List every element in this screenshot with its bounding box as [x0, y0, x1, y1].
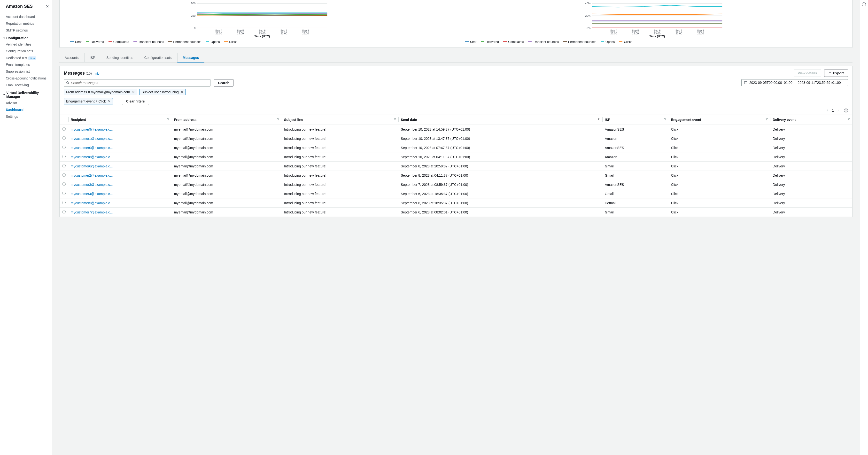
cell-recipient[interactable]: mycustomer6@example.c… — [68, 161, 172, 171]
cell-subject: Introducing our new feature! — [282, 180, 398, 189]
cell-recipient[interactable]: mycustomer1@example.c… — [68, 134, 172, 143]
column-header[interactable]: Recipient▽ — [68, 115, 172, 125]
info-link[interactable]: Info — [95, 72, 99, 75]
legend-swatch — [224, 41, 228, 42]
svg-text:23:00: 23:00 — [697, 32, 704, 35]
nav-item[interactable]: Configuration sets — [0, 48, 52, 55]
row-radio[interactable] — [62, 164, 66, 168]
nav-item[interactable]: Dashboard — [0, 107, 52, 113]
cell-recipient[interactable]: mycustomer5@example.c… — [68, 199, 172, 208]
cell-send: September 6, 2023 at 18:35:37 (UTC+01:00… — [398, 199, 602, 208]
row-radio[interactable] — [62, 173, 66, 177]
column-header[interactable]: Send date▼ — [398, 115, 602, 125]
cell-recipient[interactable]: mycustomer2@example.c… — [68, 171, 172, 180]
info-icon[interactable]: i — [862, 2, 866, 6]
nav-item[interactable]: Cross-account notifications — [0, 75, 52, 82]
tab-accounts[interactable]: Accounts — [59, 53, 84, 62]
page-prev-icon[interactable]: 〈 — [825, 108, 829, 113]
nav-section[interactable]: ▼Virtual Deliverability Manager — [0, 88, 52, 99]
nav-item[interactable]: Email receiving — [0, 82, 52, 88]
table-row: mycustomer8@example.c…myemail@mydomain.c… — [60, 152, 852, 161]
nav-item[interactable]: Verified identities — [0, 41, 52, 48]
legend-item: Complaints — [108, 40, 129, 43]
legend-label: Complaints — [508, 40, 524, 43]
column-header[interactable]: From address▽ — [172, 115, 282, 125]
cell-recipient[interactable]: mycustomer9@example.c… — [68, 125, 172, 134]
nav-item[interactable]: SMTP settings — [0, 27, 52, 34]
nav-item[interactable]: Dedicated IPsNew — [0, 55, 52, 61]
svg-text:23:00: 23:00 — [610, 32, 617, 35]
svg-text:23:00: 23:00 — [302, 32, 309, 35]
table-row: mycustomer6@example.c…myemail@mydomain.c… — [60, 161, 852, 171]
tab-messages[interactable]: Messages — [177, 53, 205, 62]
column-header[interactable]: Engagement event▽ — [669, 115, 770, 125]
remove-token-icon[interactable]: ✕ — [181, 90, 184, 94]
sort-icon: ▽ — [766, 118, 768, 120]
cell-isp: AmazonSES — [602, 125, 669, 134]
svg-text:Sep 6: Sep 6 — [259, 29, 266, 32]
svg-point-34 — [67, 82, 69, 84]
row-radio[interactable] — [62, 210, 66, 213]
nav-item[interactable]: Suppression list — [0, 68, 52, 75]
cell-subject: Introducing our new feature! — [282, 171, 398, 180]
page-next-icon[interactable]: 〉 — [837, 108, 841, 113]
calendar-icon — [744, 81, 747, 84]
tab-sending-identities[interactable]: Sending identities — [101, 53, 139, 62]
gear-icon[interactable] — [844, 109, 848, 113]
cell-isp: Gmail — [602, 208, 669, 217]
column-header[interactable]: Subject line▽ — [282, 115, 398, 125]
svg-text:Sep 7: Sep 7 — [675, 29, 682, 32]
chevron-down-icon: ▼ — [3, 37, 5, 39]
legend-label: Transient bounces — [533, 40, 559, 43]
column-header[interactable]: Delivery event▽ — [770, 115, 852, 125]
cell-recipient[interactable]: mycustomer0@example.c… — [68, 143, 172, 152]
cell-recipient[interactable]: mycustomer4@example.c… — [68, 189, 172, 199]
row-radio[interactable] — [62, 155, 66, 158]
filter-token: Subject line : Introducing✕ — [140, 89, 186, 95]
tab-configuration-sets[interactable]: Configuration sets — [139, 53, 177, 62]
row-radio[interactable] — [62, 146, 66, 149]
legend-swatch — [70, 41, 73, 42]
table-row: mycustomer3@example.c…myemail@mydomain.c… — [60, 180, 852, 189]
nav-item[interactable]: Reputation metrics — [0, 20, 52, 27]
sort-icon: ▽ — [664, 118, 666, 120]
cell-subject: Introducing our new feature! — [282, 152, 398, 161]
cell-recipient[interactable]: mycustomer8@example.c… — [68, 152, 172, 161]
row-radio[interactable] — [62, 201, 66, 204]
cell-isp: Gmail — [602, 161, 669, 171]
nav-item[interactable]: Account dashboard — [0, 13, 52, 20]
table-row: mycustomer5@example.c…myemail@mydomain.c… — [60, 199, 852, 208]
nav-item[interactable]: Settings — [0, 113, 52, 120]
nav-item[interactable]: Advisor — [0, 99, 52, 107]
date-range-picker[interactable]: 2023-09-05T00:00:00+01:00 — 2023-09-11T2… — [741, 79, 848, 86]
clear-filters-button[interactable]: Clear filters — [122, 98, 149, 105]
remove-token-icon[interactable]: ✕ — [108, 99, 111, 103]
legend-swatch — [86, 41, 89, 42]
cell-del: Delivery — [770, 171, 852, 180]
tab-isp[interactable]: ISP — [84, 53, 101, 62]
column-header[interactable]: ISP▽ — [602, 115, 669, 125]
cell-recipient[interactable]: mycustomer7@example.c… — [68, 208, 172, 217]
export-button[interactable]: Export — [824, 69, 848, 77]
cell-recipient[interactable]: mycustomer3@example.c… — [68, 180, 172, 189]
legend-label: Sent — [75, 40, 82, 43]
view-details-button[interactable]: View details — [794, 69, 821, 77]
remove-token-icon[interactable]: ✕ — [132, 90, 135, 94]
row-radio[interactable] — [62, 182, 66, 186]
search-button[interactable]: Search — [214, 79, 234, 87]
nav-section[interactable]: ▼Configuration — [0, 34, 52, 41]
search-input[interactable] — [71, 81, 208, 85]
table-row: mycustomer0@example.c…myemail@mydomain.c… — [60, 143, 852, 152]
row-radio[interactable] — [62, 192, 66, 195]
legend-label: Delivered — [486, 40, 499, 43]
nav-item[interactable]: Email templates — [0, 61, 52, 68]
cell-send: September 6, 2023 at 08:02:01 (UTC+01:00… — [398, 208, 602, 217]
legend-swatch — [206, 41, 209, 42]
close-icon[interactable]: ✕ — [46, 4, 49, 9]
svg-text:Sep 4: Sep 4 — [215, 29, 222, 32]
cell-subject: Introducing our new feature! — [282, 208, 398, 217]
search-wrapper[interactable] — [64, 79, 211, 87]
row-radio[interactable] — [62, 136, 66, 140]
row-radio[interactable] — [62, 127, 66, 130]
sidebar: Amazon SES ✕ Account dashboardReputation… — [0, 0, 52, 455]
